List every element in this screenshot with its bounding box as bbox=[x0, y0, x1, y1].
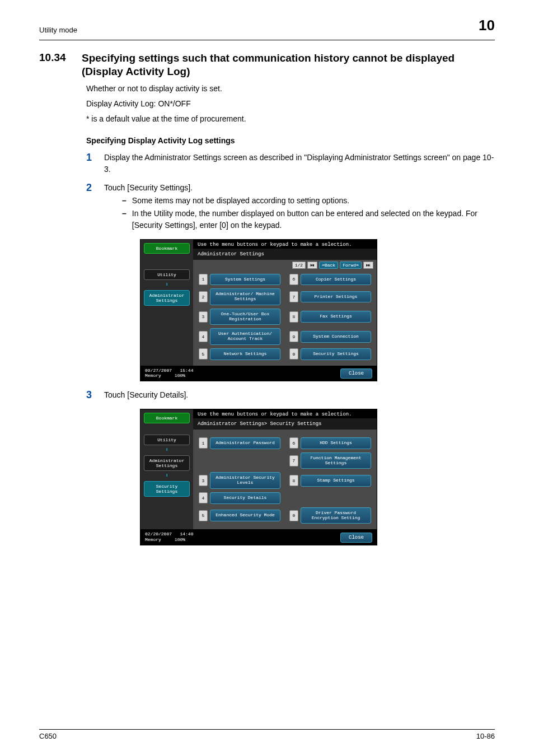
menu-grid: 1System Settings 6Copier Settings 2Admin… bbox=[193, 270, 377, 366]
admin-settings-tab[interactable]: Administrator Settings bbox=[144, 290, 190, 306]
menu-num: 3 bbox=[199, 311, 208, 323]
menu-onetouch[interactable]: One-Touch/User Box Registration bbox=[210, 309, 280, 325]
menu-num: 5 bbox=[199, 510, 208, 521]
page-indicator: 1/2 bbox=[292, 262, 306, 269]
screen-title: Administrator Settings> Security Setting… bbox=[193, 418, 377, 430]
menu-stamp-settings[interactable]: Stamp Settings bbox=[301, 475, 371, 487]
menu-num: 9 bbox=[289, 331, 298, 342]
menu-num: 0 bbox=[289, 348, 298, 360]
bookmark-tab[interactable]: Bookmark bbox=[144, 243, 190, 254]
menu-printer-settings[interactable]: Printer Settings bbox=[301, 291, 371, 303]
menu-security-settings[interactable]: Security Settings bbox=[301, 348, 371, 360]
footer-left: C650 bbox=[39, 732, 57, 740]
menu-fax-settings[interactable]: Fax Settings bbox=[301, 311, 371, 323]
menu-num: 4 bbox=[199, 492, 208, 503]
menu-function-mgmt[interactable]: Function Management Settings bbox=[301, 452, 371, 469]
step-2-num: 2 bbox=[86, 182, 104, 194]
timestamp: 02/20/2007 14:40 Memory 100% bbox=[145, 531, 193, 542]
step2-bullet2: In the Utility mode, the number displaye… bbox=[132, 208, 495, 231]
menu-admin-password[interactable]: Administrator Password bbox=[210, 437, 280, 449]
utility-tab[interactable]: Utility bbox=[144, 435, 190, 445]
para-2: Display Activity Log: ON*/OFF bbox=[86, 98, 495, 110]
footer-right: 10-86 bbox=[476, 732, 495, 740]
dash-icon: – bbox=[122, 208, 127, 231]
menu-grid: 1Administrator Password 6HDD Settings 7F… bbox=[193, 434, 377, 529]
screenshot-security-settings: Bookmark Utility ⬇ Administrator Setting… bbox=[140, 409, 377, 545]
forward-button[interactable]: Forwd➡ bbox=[340, 262, 362, 269]
dash-icon: – bbox=[122, 195, 127, 207]
step-3-num: 3 bbox=[86, 389, 104, 401]
step-1-text: Display the Administrator Settings scree… bbox=[104, 152, 495, 175]
step-1-num: 1 bbox=[86, 152, 104, 164]
menu-enhanced-security[interactable]: Enhanced Security Mode bbox=[210, 510, 280, 521]
menu-num: 1 bbox=[199, 274, 208, 285]
menu-admin-sec-levels[interactable]: Administrator Security Levels bbox=[210, 472, 280, 489]
menu-copier-settings[interactable]: Copier Settings bbox=[301, 274, 371, 286]
menu-network-settings[interactable]: Network Settings bbox=[210, 348, 280, 360]
timestamp: 09/27/2007 15:44 Memory 100% bbox=[145, 368, 193, 379]
screen-instruction: Use the menu buttons or keypad to make a… bbox=[193, 409, 377, 418]
menu-num: 2 bbox=[199, 291, 208, 302]
menu-num: 1 bbox=[199, 437, 208, 449]
menu-num: 8 bbox=[289, 475, 298, 486]
menu-system-settings[interactable]: System Settings bbox=[210, 274, 280, 286]
chevron-down-icon: ⬇ bbox=[165, 447, 168, 453]
chevron-down-icon: ⬇ bbox=[165, 473, 168, 479]
step2-bullet1: Some items may not be displayed accordin… bbox=[132, 195, 349, 207]
chevron-down-icon: ⬇ bbox=[165, 282, 168, 288]
step-2-text: Touch [Security Settings]. bbox=[104, 182, 495, 194]
menu-hdd-settings[interactable]: HDD Settings bbox=[301, 437, 371, 449]
header-chapter: 10 bbox=[479, 17, 495, 34]
menu-num: 0 bbox=[289, 510, 298, 521]
subheading: Specifying Display Activity Log settings bbox=[86, 136, 495, 145]
section-title: Specifying settings such that communicat… bbox=[82, 52, 495, 78]
security-settings-tab[interactable]: Security Settings bbox=[144, 481, 190, 497]
section-number: 10.34 bbox=[39, 52, 73, 64]
admin-settings-tab[interactable]: Administrator Settings bbox=[144, 455, 190, 471]
menu-num: 5 bbox=[199, 348, 208, 360]
para-1: Whether or not to display activity is se… bbox=[86, 83, 495, 95]
menu-num: 3 bbox=[199, 475, 208, 486]
screen-title: Administrator Settings bbox=[193, 249, 377, 260]
utility-tab[interactable]: Utility bbox=[144, 269, 190, 280]
menu-num: 6 bbox=[289, 274, 298, 285]
pager-last-icon[interactable]: ⏭ bbox=[363, 262, 373, 269]
header-left: Utility mode bbox=[39, 26, 77, 34]
menu-num: 4 bbox=[199, 331, 208, 342]
close-button[interactable]: Close bbox=[340, 533, 372, 543]
menu-security-details[interactable]: Security Details bbox=[210, 492, 280, 504]
pager-first-icon[interactable]: ⏮ bbox=[307, 262, 317, 269]
menu-user-auth[interactable]: User Authentication/ Account Track bbox=[210, 328, 280, 345]
menu-driver-password[interactable]: Driver Password Encryption Setting bbox=[301, 507, 371, 524]
screen-instruction: Use the menu buttons or keypad to make a… bbox=[193, 240, 377, 249]
para-3: * is a default value at the time of proc… bbox=[86, 113, 495, 125]
menu-num: 6 bbox=[289, 437, 298, 449]
menu-admin-machine[interactable]: Administrator/ Machine Settings bbox=[210, 288, 280, 305]
back-button[interactable]: ⬅Back bbox=[319, 262, 338, 269]
step-3-text: Touch [Security Details]. bbox=[104, 389, 495, 401]
menu-num: 7 bbox=[289, 291, 298, 302]
menu-num: 8 bbox=[289, 311, 298, 323]
menu-num: 7 bbox=[289, 455, 298, 466]
bookmark-tab[interactable]: Bookmark bbox=[144, 413, 190, 423]
menu-system-connection[interactable]: System Connection bbox=[301, 331, 371, 343]
close-button[interactable]: Close bbox=[340, 368, 372, 379]
screenshot-admin-settings: Bookmark Utility ⬇ Administrator Setting… bbox=[140, 239, 377, 382]
